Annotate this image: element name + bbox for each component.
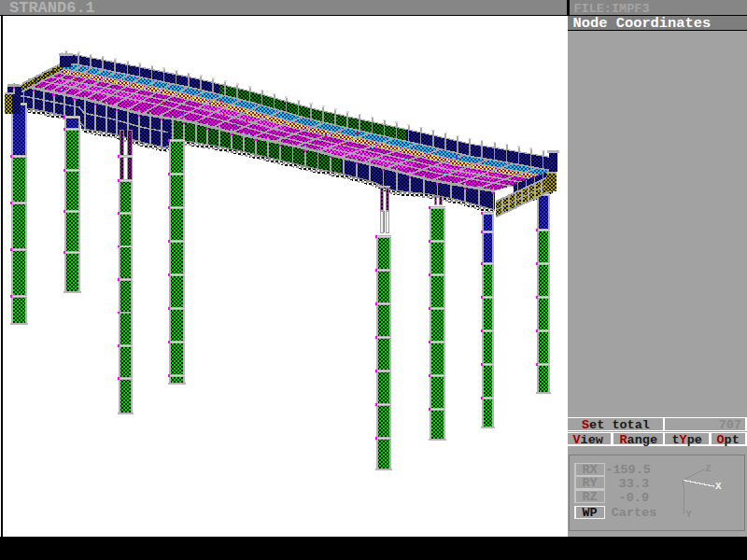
svg-text:-0.9: -0.9 — [619, 491, 649, 505]
svg-text:Cartes: Cartes — [612, 506, 657, 520]
svg-text:Y: Y — [685, 509, 692, 520]
svg-text:View: View — [573, 433, 604, 447]
svg-text:RX: RX — [583, 463, 599, 477]
svg-text:tYpe: tYpe — [672, 433, 702, 447]
svg-text:-159.5: -159.5 — [605, 463, 651, 477]
svg-text:STRAND6.1: STRAND6.1 — [9, 0, 95, 17]
svg-text:Opt: Opt — [717, 433, 740, 447]
svg-text:33.3: 33.3 — [619, 477, 649, 491]
svg-text:RY: RY — [583, 476, 599, 490]
svg-text:Range: Range — [620, 433, 658, 447]
svg-text:Set total: Set total — [582, 418, 650, 432]
svg-text:707: 707 — [719, 418, 741, 432]
svg-text:X: X — [715, 481, 722, 492]
svg-text:RZ: RZ — [583, 490, 598, 504]
svg-text:FILE:IMPF3: FILE:IMPF3 — [574, 2, 650, 16]
svg-text:Z: Z — [705, 463, 712, 474]
svg-text:WP: WP — [583, 506, 598, 520]
svg-text:Node Coordinates: Node Coordinates — [573, 15, 712, 32]
